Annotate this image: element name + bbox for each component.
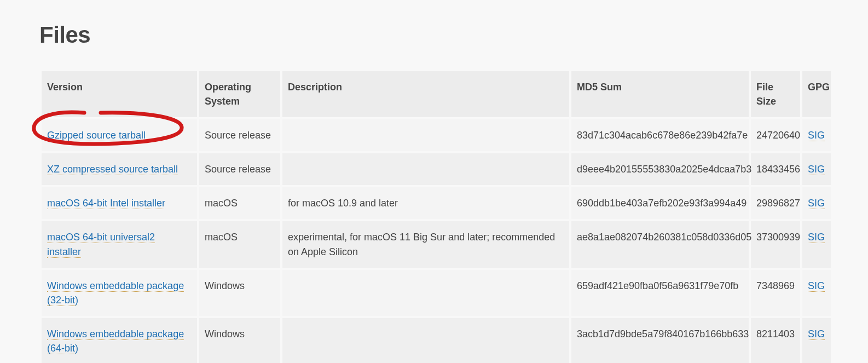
download-link[interactable]: macOS 64-bit Intel installer [47, 198, 165, 209]
cell-description: for macOS 10.9 and later [282, 187, 569, 219]
cell-md5: d9eee4b20155553830a2025e4dcaa7b3 [571, 153, 749, 185]
cell-os: Source release [199, 119, 280, 151]
cell-md5: ae8a1ae082074b260381c058d0336d05 [571, 221, 749, 267]
download-link[interactable]: Windows embeddable package (32-bit) [47, 280, 184, 306]
sig-link[interactable]: SIG [808, 130, 825, 141]
col-gpg: GPG [802, 71, 831, 117]
cell-description [282, 318, 569, 363]
table-row: macOS 64-bit Intel installer macOS for m… [42, 187, 831, 219]
download-link[interactable]: macOS 64-bit universal2 installer [47, 232, 155, 257]
col-os: Operating System [199, 71, 280, 117]
download-link[interactable]: Windows embeddable package (64-bit) [47, 329, 184, 354]
col-filesize: File Size [751, 71, 800, 117]
cell-size: 24720640 [751, 119, 800, 151]
cell-description [282, 270, 569, 316]
sig-link[interactable]: SIG [808, 198, 825, 209]
page-title: Files [39, 22, 829, 48]
sig-link[interactable]: SIG [808, 164, 825, 175]
col-description: Description [282, 71, 569, 117]
table-row: macOS 64-bit universal2 installer macOS … [42, 221, 831, 267]
cell-os: macOS [199, 221, 280, 267]
cell-md5: 83d71c304acab6c678e86e239b42fa7e [571, 119, 749, 151]
cell-size: 18433456 [751, 153, 800, 185]
cell-size: 8211403 [751, 318, 800, 363]
cell-description: experimental, for macOS 11 Big Sur and l… [282, 221, 569, 267]
cell-description [282, 153, 569, 185]
col-md5: MD5 Sum [571, 71, 749, 117]
sig-link[interactable]: SIG [808, 280, 825, 292]
sig-link[interactable]: SIG [808, 232, 825, 243]
cell-os: Windows [199, 318, 280, 363]
cell-size: 29896827 [751, 187, 800, 219]
files-table: Version Operating System Description MD5… [39, 69, 833, 363]
cell-size: 37300939 [751, 221, 800, 267]
cell-md5: 3acb1d7d9bde5a79f840167b166bb633 [571, 318, 749, 363]
cell-os: Windows [199, 270, 280, 316]
table-header-row: Version Operating System Description MD5… [42, 71, 831, 117]
sig-link[interactable]: SIG [808, 329, 825, 340]
cell-md5: 659adf421e90fba0f56a9631f79e70fb [571, 270, 749, 316]
table-row: Windows embeddable package (64-bit) Wind… [42, 318, 831, 363]
table-row: XZ compressed source tarball Source rele… [42, 153, 831, 185]
cell-md5: 690ddb1be403a7efb202e93f3a994a49 [571, 187, 749, 219]
download-link[interactable]: Gzipped source tarball [47, 130, 146, 141]
cell-os: Source release [199, 153, 280, 185]
col-version: Version [42, 71, 197, 117]
cell-size: 7348969 [751, 270, 800, 316]
download-link[interactable]: XZ compressed source tarball [47, 164, 178, 175]
cell-description [282, 119, 569, 151]
table-row: Windows embeddable package (32-bit) Wind… [42, 270, 831, 316]
cell-os: macOS [199, 187, 280, 219]
table-row: Gzipped source tarball Source release 83… [42, 119, 831, 151]
